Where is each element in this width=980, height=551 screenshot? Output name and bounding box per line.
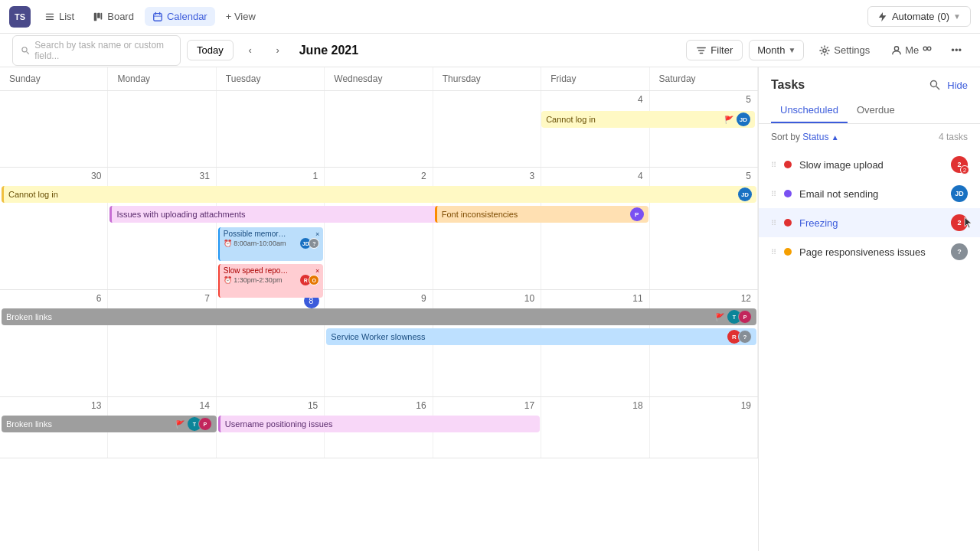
sidebar-tabs: Unscheduled Overdue <box>759 98 980 124</box>
day-cell-mon-w2[interactable]: 7 <box>108 290 216 396</box>
tab-overdue[interactable]: Overdue <box>848 98 904 123</box>
drag-handle-icon[interactable]: ⠿ <box>771 161 776 169</box>
next-month-button[interactable]: › <box>267 40 289 61</box>
event-slow-speed[interactable]: Slow speed repo… × ⏰ 1:30pm-2:30pm R O <box>218 264 323 298</box>
hide-button[interactable]: Hide <box>947 80 968 91</box>
more-options-button[interactable]: ••• <box>945 41 968 60</box>
day-num-19: 19 <box>655 400 753 411</box>
settings-button[interactable]: Settings <box>810 41 879 60</box>
task-name-link[interactable]: Freezing <box>799 217 943 229</box>
status-dot <box>784 190 792 197</box>
cursor-indicator <box>963 216 974 230</box>
day-cell-sun-w0[interactable] <box>0 91 108 167</box>
sidebar-search-icon[interactable] <box>929 79 941 91</box>
day-num-10: 10 <box>438 293 536 304</box>
day-cell-fri-w3[interactable]: 18 <box>541 397 649 458</box>
event-possible-memory[interactable]: Possible memor… × ⏰ 8:00am-10:00am JD ? <box>218 227 323 261</box>
tab-unscheduled[interactable]: Unscheduled <box>771 98 848 123</box>
flag-icon: 🚩 <box>724 116 733 124</box>
drag-handle-icon[interactable]: ⠿ <box>771 190 776 198</box>
close-icon: × <box>315 230 319 238</box>
day-num-2: 2 <box>329 171 427 181</box>
svg-point-13 <box>895 46 899 50</box>
week-row-0: 4 5 Cannot log in 🚩 JD <box>0 91 758 168</box>
main-area: Sunday Monday Tuesday Wednesday Thursday… <box>0 67 980 551</box>
event-font-inconsistencies[interactable]: Font inconsistencies P <box>435 206 648 223</box>
drag-handle-icon[interactable]: ⠿ <box>771 248 776 256</box>
status-dot <box>784 161 792 168</box>
nav-board[interactable]: Board <box>85 7 142 26</box>
week-row-3: 13 14 15 16 17 18 19 <box>0 397 758 458</box>
event-avatar: JD <box>737 112 750 126</box>
day-cell-fri-w0[interactable]: 4 <box>541 91 649 167</box>
task-count: 4 tasks <box>939 132 968 142</box>
avatar: P <box>738 310 752 324</box>
event-username-positioning[interactable]: Username positioning issues <box>218 416 540 432</box>
day-header-fri: Friday <box>541 67 649 90</box>
search-box[interactable]: Search by task name or custom field... <box>12 35 181 66</box>
search-placeholder: Search by task name or custom field... <box>34 40 172 61</box>
day-cell-sun-w2[interactable]: 6 <box>0 290 108 396</box>
list-item[interactable]: ⠿ Page responsiveness issues ? <box>759 237 980 266</box>
toolbar: Search by task name or custom field... T… <box>0 34 980 67</box>
event-avatar: JD <box>738 187 752 201</box>
add-view-btn[interactable]: + View <box>218 7 263 26</box>
day-header-wed: Wednesday <box>325 67 433 90</box>
day-cell-thu-w0[interactable] <box>433 91 541 167</box>
day-cell-tue-w2[interactable]: 8 <box>217 290 325 396</box>
day-cell-wed-w0[interactable] <box>325 91 433 167</box>
event-broken-links-w3[interactable]: Broken links 🚩 T P <box>2 416 217 432</box>
nav-right: Automate (0) ▼ <box>867 6 971 27</box>
day-cell-sat-w3[interactable]: 19 <box>650 397 758 458</box>
day-num-4: 4 <box>546 171 644 181</box>
top-nav: TS List Board Calendar + View Automate (… <box>0 0 980 34</box>
automate-button[interactable]: Automate (0) ▼ <box>867 6 971 27</box>
event-avatar: P <box>630 207 644 221</box>
sort-field-link[interactable]: Status <box>802 132 828 142</box>
filter-button[interactable]: Filter <box>686 40 743 60</box>
calendar-nav-icon <box>152 11 163 22</box>
prev-month-button[interactable]: ‹ <box>240 40 261 61</box>
event-service-worker[interactable]: Service Worker slowness R ? <box>326 328 756 345</box>
svg-rect-0 <box>46 13 54 14</box>
svg-point-14 <box>924 47 927 50</box>
status-dot <box>784 219 792 227</box>
day-num-11: 11 <box>546 293 644 304</box>
event-cannot-log-in-w0[interactable]: Cannot log in 🚩 JD <box>541 111 755 128</box>
event-cannot-log-in-w1[interactable]: Cannot log in JD <box>2 186 756 203</box>
day-header-mon: Monday <box>108 67 216 90</box>
day-num-9: 9 <box>329 293 427 304</box>
list-item[interactable]: ⠿ Freezing 2 <box>759 208 980 237</box>
month-chevron-icon: ▼ <box>788 46 795 54</box>
month-selector[interactable]: Month ▼ <box>749 40 804 60</box>
calendar-area: Sunday Monday Tuesday Wednesday Thursday… <box>0 67 758 551</box>
day-header-tue: Tuesday <box>217 67 325 90</box>
event-broken-links-w2[interactable]: Broken links 🚩 T P <box>2 308 756 325</box>
day-num-31: 31 <box>113 171 211 181</box>
day-num-15: 15 <box>221 400 319 411</box>
day-cell-sat-w0[interactable]: 5 <box>650 91 758 167</box>
svg-point-15 <box>928 47 931 50</box>
me-button[interactable]: Me <box>885 41 939 60</box>
calendar-grid: 4 5 Cannot log in 🚩 JD 30 31 <box>0 91 758 551</box>
list-item[interactable]: ⠿ Slow image upload 2 2 <box>759 150 980 179</box>
nav-list[interactable]: List <box>37 7 82 26</box>
sort-by-label: Sort by <box>771 132 800 142</box>
task-name: Slow image upload <box>799 159 943 171</box>
sort-direction-icon: ▲ <box>831 133 839 142</box>
svg-point-10 <box>22 47 27 51</box>
svg-line-17 <box>936 86 939 90</box>
svg-rect-2 <box>46 18 54 19</box>
svg-rect-6 <box>154 13 162 21</box>
drag-handle-icon[interactable]: ⠿ <box>771 219 776 227</box>
sidebar-sort: Sort by Status ▲ 4 tasks <box>759 124 980 147</box>
avatar: O <box>309 275 319 285</box>
nav-calendar[interactable]: Calendar <box>145 7 215 26</box>
close-icon: × <box>315 267 319 275</box>
sidebar-actions: Hide <box>929 79 968 91</box>
day-cell-tue-w0[interactable] <box>217 91 325 167</box>
day-headers: Sunday Monday Tuesday Wednesday Thursday… <box>0 67 758 91</box>
list-item[interactable]: ⠿ Email not sending JD <box>759 179 980 208</box>
day-cell-mon-w0[interactable] <box>108 91 216 167</box>
today-button[interactable]: Today <box>187 40 234 60</box>
